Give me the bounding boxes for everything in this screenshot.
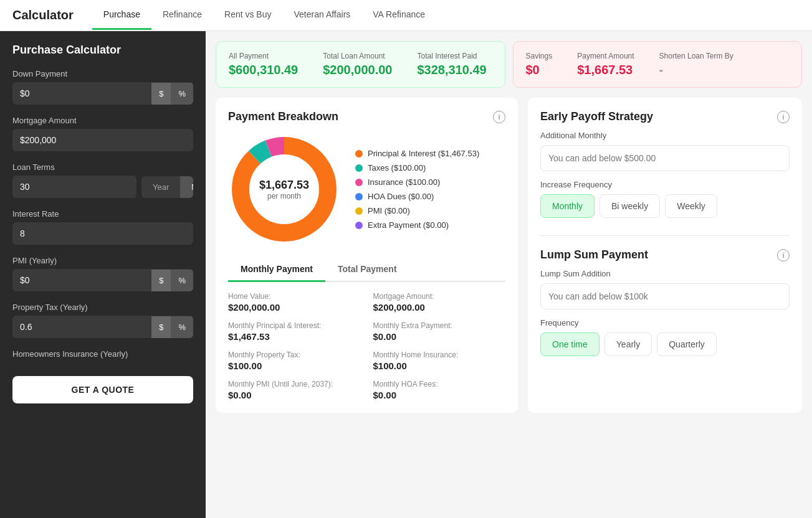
payment-amount-label: Payment Amount	[577, 52, 634, 60]
homeowners-label: Homeowners Insurance (Yearly)	[12, 349, 193, 359]
down-payment-percent-btn[interactable]: %	[171, 83, 193, 105]
interest-rate-input[interactable]	[12, 222, 193, 245]
right-panel: Early Payoff Strategy i Additional Month…	[528, 98, 802, 413]
freq-weekly-btn[interactable]: Weekly	[665, 194, 717, 218]
lump-sum-section: Lump Sum Payment i Lump Sum Addition Fre…	[540, 248, 790, 356]
mortgage-amount-group: Mortgage Amount	[12, 116, 193, 151]
lump-sum-quarterly-btn[interactable]: Quarterly	[657, 332, 717, 356]
legend-item-extra: Extra Payment ($0.00)	[355, 220, 479, 230]
shorten-loan-value: -	[659, 63, 733, 77]
legend-dot-hoa	[355, 193, 363, 200]
early-payoff-title: Early Payoff Strategy i	[540, 110, 790, 123]
legend-item-hoa: HOA Dues ($0.00)	[355, 192, 479, 201]
shorten-loan-label: Shorten Loan Term By	[659, 52, 733, 60]
nav-refinance[interactable]: Refinance	[151, 1, 213, 30]
pmi-percent-btn[interactable]: %	[171, 270, 193, 291]
tab-total-payment[interactable]: Total Payment	[325, 258, 409, 282]
summary-green-card: All Payment $600,310.49 Total Loan Amoun…	[216, 41, 505, 88]
legend: Principal & Interest ($1,467.53) Taxes (…	[355, 149, 479, 230]
home-insurance-label: Monthly Home Insurance:	[373, 351, 506, 359]
loan-terms-row: Year Month	[12, 176, 193, 198]
total-loan-group: Total Loan Amount $200,000.00	[323, 52, 392, 77]
legend-dot-pmi	[355, 207, 363, 215]
legend-label-hoa: HOA Dues ($0.00)	[368, 192, 434, 201]
payment-tabs: Monthly Payment Total Payment	[228, 258, 505, 282]
loan-terms-label: Loan Terms	[12, 162, 193, 172]
legend-item-insurance: Insurance ($100.00)	[355, 177, 479, 187]
monthly-principal-label: Monthly Principal & Interest:	[228, 321, 361, 330]
content: All Payment $600,310.49 Total Loan Amoun…	[206, 31, 812, 518]
loan-terms-toggle: Year Month	[141, 176, 193, 198]
savings-value: $0	[526, 63, 553, 77]
property-tax-dollar-btn[interactable]: $	[151, 316, 171, 338]
down-payment-group: Down Payment $ %	[12, 69, 193, 105]
pmi-detail-value: $0.00	[228, 390, 361, 400]
mortgage-amount-detail-label: Mortgage Amount:	[373, 292, 506, 301]
donut-chart: $1,667.53 per month	[228, 133, 340, 245]
lump-sum-yearly-btn[interactable]: Yearly	[604, 332, 652, 356]
detail-property-tax: Monthly Property Tax: $100.00	[228, 351, 361, 371]
payment-amount-value: $1,667.53	[577, 63, 634, 77]
loan-terms-month-btn[interactable]: Month	[180, 176, 193, 198]
sidebar: Purchase Calculator Down Payment $ % Mor…	[0, 31, 206, 518]
pmi-input[interactable]	[12, 269, 151, 291]
mortgage-amount-detail-value: $200,000.00	[373, 302, 506, 313]
sidebar-title: Purchase Calculator	[12, 44, 193, 57]
logo: Calculator	[12, 8, 74, 22]
legend-dot-extra	[355, 222, 363, 229]
nav-rent-vs-buy[interactable]: Rent vs Buy	[213, 1, 282, 30]
header: Calculator Purchase Refinance Rent vs Bu…	[0, 0, 812, 31]
loan-terms-input[interactable]	[12, 176, 136, 198]
total-interest-value: $328,310.49	[417, 63, 486, 77]
lump-sum-info-icon[interactable]: i	[777, 249, 790, 261]
loan-terms-group: Loan Terms Year Month	[12, 162, 193, 198]
property-tax-wrapper: $ %	[12, 316, 193, 338]
legend-item-principal: Principal & Interest ($1,467.53)	[355, 149, 479, 158]
down-payment-wrapper: $ %	[12, 82, 193, 105]
nav-va-refinance[interactable]: VA Refinance	[361, 1, 436, 30]
monthly-extra-label: Monthly Extra Payment:	[373, 321, 506, 330]
legend-dot-principal	[355, 150, 363, 158]
down-payment-input[interactable]	[12, 82, 151, 105]
lump-sum-frequency-label: Frequency	[540, 318, 790, 327]
total-interest-label: Total Interest Paid	[417, 52, 486, 60]
freq-monthly-btn[interactable]: Monthly	[540, 194, 595, 218]
lump-sum-onetime-btn[interactable]: One time	[540, 332, 599, 356]
get-quote-button[interactable]: GET A QUOTE	[12, 376, 193, 403]
interest-rate-label: Interest Rate	[12, 209, 193, 219]
detail-hoa: Monthly HOA Fees: $0.00	[373, 380, 506, 400]
property-tax-percent-btn[interactable]: %	[171, 316, 193, 338]
payment-breakdown-panel: Payment Breakdown i	[216, 98, 518, 413]
detail-home-value: Home Value: $200,000.00	[228, 292, 361, 313]
property-tax-label: Property Tax (Yearly)	[12, 303, 193, 312]
total-interest-group: Total Interest Paid $328,310.49	[417, 52, 486, 77]
legend-label-pmi: PMI ($0.00)	[368, 206, 410, 215]
nav-veteran-affairs[interactable]: Veteran Affairs	[283, 1, 362, 30]
property-tax-input[interactable]	[12, 316, 151, 338]
lump-sum-addition-input[interactable]	[540, 283, 790, 309]
donut-sub: per month	[259, 192, 309, 200]
detail-mortgage-amount: Mortgage Amount: $200,000.00	[373, 292, 506, 313]
interest-rate-group: Interest Rate	[12, 209, 193, 245]
lump-sum-addition-label: Lump Sum Addition	[540, 269, 790, 278]
payment-breakdown-info-icon[interactable]: i	[493, 111, 505, 123]
early-payoff-info-icon[interactable]: i	[777, 111, 790, 123]
detail-home-insurance: Monthly Home Insurance: $100.00	[373, 351, 506, 371]
monthly-extra-value: $0.00	[373, 331, 506, 342]
total-loan-value: $200,000.00	[323, 63, 392, 77]
homeowners-group: Homeowners Insurance (Yearly)	[12, 349, 193, 359]
pmi-group: PMI (Yearly) $ %	[12, 256, 193, 291]
nav-purchase[interactable]: Purchase	[92, 1, 151, 30]
freq-biweekly-btn[interactable]: Bi weekly	[599, 194, 660, 218]
home-value-label: Home Value:	[228, 292, 361, 301]
mortgage-amount-input[interactable]	[12, 129, 193, 151]
legend-item-pmi: PMI ($0.00)	[355, 206, 479, 215]
pmi-dollar-btn[interactable]: $	[151, 270, 171, 291]
additional-monthly-input[interactable]	[540, 145, 790, 171]
shorten-loan-group: Shorten Loan Term By -	[659, 52, 733, 77]
loan-terms-year-btn[interactable]: Year	[141, 176, 180, 198]
pmi-detail-label: Monthly PMI (Until June, 2037):	[228, 380, 361, 388]
panel-divider	[540, 235, 790, 236]
down-payment-dollar-btn[interactable]: $	[151, 83, 171, 105]
tab-monthly-payment[interactable]: Monthly Payment	[228, 258, 325, 282]
